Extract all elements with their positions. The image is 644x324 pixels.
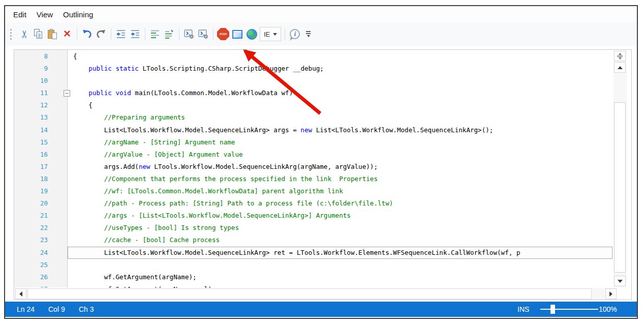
arrow-right-icon [609,291,612,297]
browser-select-value: IE [264,31,270,38]
line-number-25: 25 [14,259,48,271]
scroll-up-button[interactable] [614,62,626,73]
delete-button[interactable]: × [60,27,74,41]
help-button[interactable]: i [288,27,302,41]
vertical-scrollbar[interactable] [614,51,627,287]
undo-icon [81,28,93,40]
paste-button[interactable] [46,27,60,41]
line-number-15: 15 [14,136,48,149]
script-settings-button[interactable] [182,27,196,41]
code-line-16[interactable]: //argValue - [Object] Argument value [68,149,612,161]
line-number-26: 26 [14,271,48,283]
script-settings-2-button[interactable] [196,27,210,41]
info-balloon-icon: i [290,29,300,39]
code-line-17[interactable]: args.Add(new LTools.Workflow.Model.Seque… [68,161,612,173]
code-line-9[interactable]: public static LTools.Scripting.CSharp.Sc… [68,63,612,75]
code-line-26[interactable]: wf.GetArgument(argName); [68,271,612,283]
horizontal-scroll-thumb[interactable] [27,288,592,299]
menu-outlining[interactable]: Outlining [60,8,99,21]
horizontal-scrollbar[interactable] [15,288,617,300]
gutter-numbers: 89101112131415161718192021222324252627 [14,50,48,287]
line-number-17: 17 [14,161,48,173]
code-line-8[interactable]: { [68,50,612,63]
cut-button[interactable]: ✂ [17,27,32,41]
scroll-down-button[interactable] [614,276,626,286]
browser-window-button[interactable] [230,27,244,41]
code-line-21[interactable]: //args - [List<LTools.Workflow.Model.Seq… [68,210,612,222]
arrow-up-icon [618,66,623,69]
code-lines[interactable]: { public static LTools.Scripting.CSharp.… [68,50,612,288]
code-line-15[interactable]: //argName - [String] Argument name [68,136,612,149]
redo-button[interactable] [94,27,108,41]
line-number-22: 22 [14,222,48,234]
copy-icon [34,29,44,39]
scroll-left-button[interactable] [15,288,26,299]
collapse-toggle[interactable]: − [64,90,70,97]
decrease-indent-button[interactable] [114,27,128,41]
toolbar-grip-icon[interactable] [10,27,13,41]
code-line-13[interactable]: //Preparing arguments [68,111,612,124]
undo-button[interactable] [80,27,94,41]
line-number-20: 20 [14,197,48,210]
toolbar-overflow-icon [306,31,311,32]
line-number-9: 9 [14,63,48,75]
line-number-13: 13 [14,111,48,124]
code-line-24[interactable]: List<LTools.Workflow.Model.SequenceLinkA… [68,247,612,259]
code-line-11[interactable]: public void main(LTools.Common.Model.Wor… [68,87,612,99]
line-number-19: 19 [14,185,48,197]
line-number-23: 23 [14,234,48,246]
splitter-handle[interactable] [614,51,626,61]
format-selection-button[interactable] [162,27,176,41]
toolbar-separator [145,28,145,40]
code-line-27[interactable]: wf.SetArgument(argName, val); [68,283,612,288]
line-number-14: 14 [14,124,48,136]
increase-indent-button[interactable] [128,27,142,41]
menu-view[interactable]: View [34,8,59,21]
code-line-14[interactable]: List<LTools.Workflow.Model.SequenceLinkA… [68,124,612,136]
script-settings-icon [183,28,195,40]
arrow-left-icon [19,291,22,297]
copy-button[interactable] [32,27,46,41]
code-line-20[interactable]: //path - Process path: [String] Path to … [68,197,612,210]
arrow-down-icon [618,280,623,283]
status-char: Ch 3 [79,305,94,313]
toolbar-overflow-button[interactable] [306,31,311,37]
scroll-right-button[interactable] [605,288,617,299]
delete-icon: × [64,27,71,40]
decrease-indent-icon [115,28,127,40]
zoom-slider-thumb[interactable] [550,305,555,314]
code-line-22[interactable]: //useTypes - [bool] Is strong types [68,222,612,234]
stop-button[interactable]: STOP [216,27,230,41]
code-line-18[interactable]: //Component that performs the process sp… [68,173,612,185]
code-editor[interactable]: 89101112131415161718192021222324252627 {… [14,49,632,300]
redo-icon [96,28,107,40]
format-document-button[interactable] [148,27,162,41]
script-editor-window: Edit View Outlining ✂ × [4,5,638,319]
toolbar-separator [77,28,77,40]
line-number-gutter: 89101112131415161718192021222324252627 [14,50,67,287]
zoom-level: 100% [599,305,617,313]
paste-icon [48,29,58,40]
line-number-27: 27 [14,283,48,287]
stop-icon: STOP [217,28,229,40]
code-line-19[interactable]: //wf: [LTools.Common.Model.WorkflowData]… [68,185,612,197]
browser-select-dropdown[interactable]: IE [260,27,281,41]
status-line: Ln 24 [17,305,35,313]
line-number-21: 21 [14,210,48,222]
browser-window-icon [232,30,242,39]
increase-indent-icon [130,28,141,40]
globe-icon [247,29,257,40]
code-line-25[interactable] [68,259,612,271]
code-line-12[interactable]: { [68,99,612,111]
line-number-11: 11 [14,87,48,99]
line-number-16: 16 [14,149,48,161]
zoom-slider[interactable] [540,309,598,310]
vertical-scroll-thumb[interactable] [614,102,626,273]
code-line-10[interactable] [68,75,612,87]
code-line-23[interactable]: //cache - [bool] Cache process [68,234,612,246]
format-document-icon [149,28,161,40]
menu-edit[interactable]: Edit [10,8,33,21]
format-selection-icon [164,28,175,40]
toolbar-separator [285,28,285,40]
globe-button[interactable] [244,27,259,41]
